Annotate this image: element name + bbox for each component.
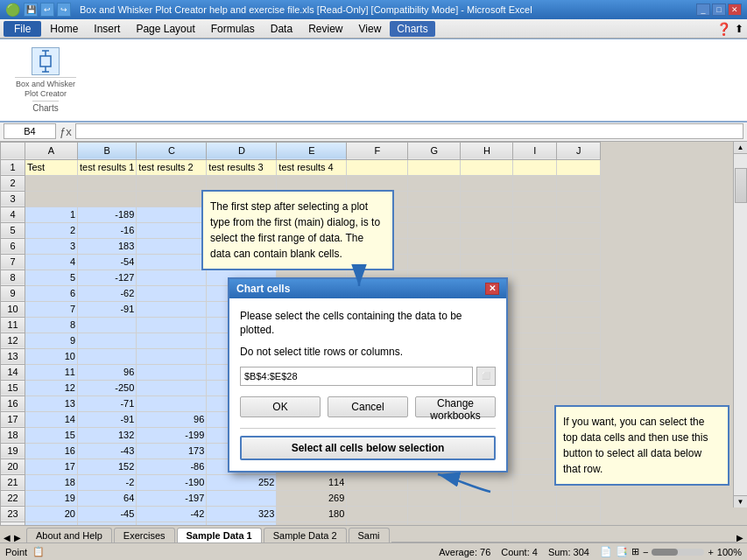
undo-icon-btn[interactable]: ↩ (40, 3, 54, 17)
ok-button[interactable]: OK (240, 396, 321, 417)
cell[interactable] (277, 254, 347, 270)
cell[interactable]: 1 (25, 206, 78, 222)
cell[interactable] (513, 380, 557, 396)
cell[interactable]: -161 (137, 522, 207, 525)
cell[interactable] (557, 301, 601, 317)
cell[interactable] (557, 175, 601, 191)
col-header-b[interactable]: B (78, 142, 137, 159)
cell[interactable] (513, 191, 557, 206)
cell[interactable] (461, 490, 513, 506)
cell[interactable] (461, 238, 513, 254)
cell[interactable] (207, 206, 277, 222)
sheet-tab-sami[interactable]: Sami (349, 528, 390, 542)
col-header-e[interactable]: E (277, 142, 347, 159)
col-header-h[interactable]: H (461, 142, 513, 159)
cell[interactable]: 3 (25, 238, 78, 254)
cell[interactable] (557, 270, 601, 285)
cell[interactable] (461, 191, 513, 206)
cell[interactable] (461, 474, 513, 490)
sheet-tab-about[interactable]: About and Help (26, 528, 112, 542)
cell[interactable] (277, 191, 347, 206)
cell[interactable] (557, 364, 601, 380)
cancel-button[interactable]: Cancel (328, 396, 408, 417)
save-icon-btn[interactable]: 💾 (24, 3, 38, 17)
cell[interactable] (513, 270, 557, 285)
cell[interactable]: -54 (78, 254, 137, 270)
cell[interactable] (461, 206, 513, 222)
cell[interactable]: -189 (78, 206, 137, 222)
expand-icon[interactable]: ⬆ (735, 23, 743, 35)
cell[interactable]: 96 (137, 411, 207, 427)
cell[interactable]: -197 (137, 490, 207, 506)
cell[interactable] (408, 254, 461, 270)
cell[interactable] (78, 317, 137, 332)
cell[interactable]: test results 1 (78, 159, 137, 175)
cell[interactable]: 252 (207, 474, 277, 490)
cell[interactable] (207, 175, 277, 191)
cell[interactable] (137, 332, 207, 348)
cell[interactable] (557, 159, 601, 175)
cell[interactable] (557, 348, 601, 364)
close-btn[interactable]: ✕ (728, 4, 742, 16)
cell[interactable] (347, 191, 408, 206)
menu-file[interactable]: File (4, 21, 41, 37)
col-header-f[interactable]: F (347, 142, 408, 159)
cell[interactable]: 10 (25, 348, 78, 364)
cell[interactable]: 269 (277, 490, 347, 506)
cell[interactable] (137, 317, 207, 332)
cell[interactable] (347, 206, 408, 222)
cell[interactable]: 18 (25, 474, 78, 490)
cell[interactable] (408, 159, 461, 175)
cell[interactable] (461, 222, 513, 238)
cell[interactable] (557, 191, 601, 206)
cell[interactable] (347, 238, 408, 254)
scrollbar-thumb[interactable] (735, 168, 747, 203)
cell[interactable] (137, 285, 207, 301)
cell[interactable]: -190 (137, 474, 207, 490)
cell[interactable]: 6 (25, 285, 78, 301)
cell[interactable] (408, 222, 461, 238)
cell[interactable]: 180 (277, 506, 347, 522)
layout-break-btn[interactable]: ⊞ (631, 546, 639, 557)
cell[interactable] (557, 254, 601, 270)
cell[interactable] (207, 490, 277, 506)
cell[interactable] (347, 490, 408, 506)
cell[interactable]: 8 (25, 317, 78, 332)
cell[interactable] (137, 238, 207, 254)
cell[interactable] (513, 317, 557, 332)
col-header-c[interactable]: C (137, 142, 207, 159)
cell[interactable]: 323 (207, 506, 277, 522)
cell[interactable] (408, 490, 461, 506)
cell[interactable] (461, 522, 513, 525)
cell[interactable] (513, 427, 557, 443)
menu-insert[interactable]: Insert (87, 21, 127, 37)
redo-icon-btn[interactable]: ↪ (57, 3, 71, 17)
layout-page-btn[interactable]: 📑 (616, 546, 628, 557)
cell[interactable]: 21 (25, 522, 78, 525)
help-icon[interactable]: ❓ (716, 22, 731, 36)
menu-formulas[interactable]: Formulas (204, 21, 262, 37)
cell[interactable] (408, 506, 461, 522)
col-header-j[interactable]: J (557, 142, 601, 159)
cell[interactable] (347, 159, 408, 175)
col-header-g[interactable]: G (408, 142, 461, 159)
cell[interactable] (207, 222, 277, 238)
cell[interactable] (277, 222, 347, 238)
cell[interactable]: test results 3 (207, 159, 277, 175)
cell[interactable] (408, 238, 461, 254)
cell[interactable]: test results 4 (277, 159, 347, 175)
cell[interactable]: Test (25, 159, 78, 175)
cell[interactable] (137, 380, 207, 396)
collapse-input-btn[interactable]: ⬜ (476, 367, 496, 386)
cell[interactable]: 132 (78, 427, 137, 443)
menu-charts[interactable]: Charts (390, 21, 434, 37)
cell[interactable] (207, 238, 277, 254)
cell[interactable]: 173 (137, 443, 207, 458)
cell[interactable] (347, 254, 408, 270)
sheet-nav-prev[interactable]: ◀ (4, 533, 11, 542)
cell[interactable] (347, 506, 408, 522)
cell[interactable] (408, 474, 461, 490)
cell[interactable]: 17 (25, 458, 78, 474)
cell[interactable] (137, 191, 207, 206)
cell[interactable]: -42 (137, 506, 207, 522)
